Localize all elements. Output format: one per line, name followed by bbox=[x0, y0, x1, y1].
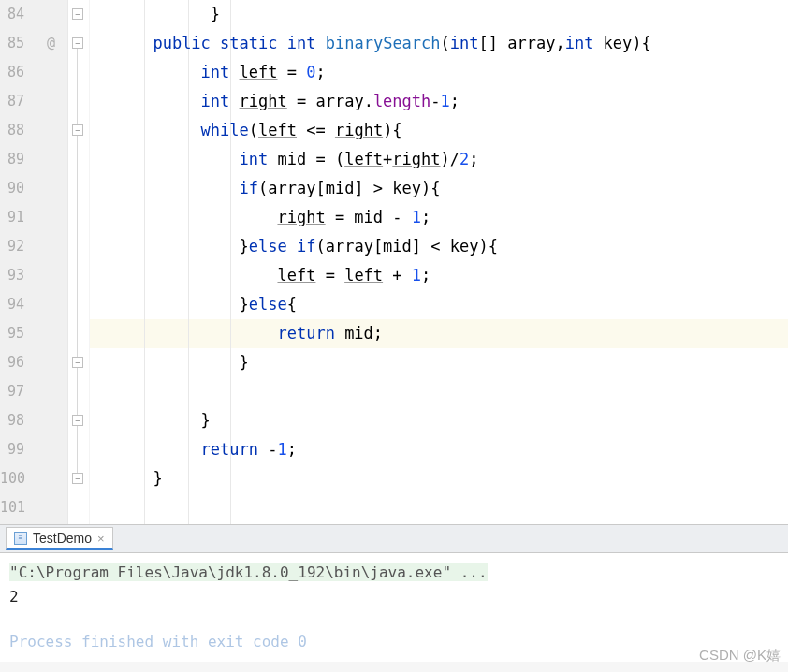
line-number: 98 bbox=[0, 406, 24, 435]
code-line: } bbox=[90, 0, 788, 29]
line-number: 99 bbox=[0, 435, 24, 464]
fold-start-icon[interactable]: − bbox=[72, 124, 83, 136]
line-number-gutter: 84858687888990919293949596979899100101 bbox=[0, 0, 41, 524]
code-line: } bbox=[90, 406, 788, 435]
code-line: }else{ bbox=[90, 290, 788, 319]
code-line: return mid; bbox=[90, 319, 788, 348]
line-number: 100 bbox=[0, 464, 24, 493]
line-number: 87 bbox=[0, 87, 24, 116]
line-number: 86 bbox=[0, 58, 24, 87]
console-output[interactable]: "C:\Program Files\Java\jdk1.8.0_192\bin\… bbox=[0, 553, 788, 662]
override-annotation-icon[interactable]: @ bbox=[47, 29, 55, 58]
code-line bbox=[90, 493, 788, 522]
code-line: } bbox=[90, 348, 788, 377]
fold-end-icon[interactable]: − bbox=[72, 473, 83, 484]
run-config-icon: ≡ bbox=[14, 532, 27, 545]
code-line: while(left <= right){ bbox=[90, 116, 788, 145]
watermark: CSDN @K嬉 bbox=[699, 647, 781, 665]
code-line: return -1; bbox=[90, 435, 788, 464]
line-number: 85 bbox=[0, 29, 24, 58]
code-line: int left = 0; bbox=[90, 58, 788, 87]
line-number: 101 bbox=[0, 493, 24, 522]
code-line: if(array[mid] > key){ bbox=[90, 174, 788, 203]
fold-gutter: − − − − − − bbox=[67, 0, 90, 524]
close-icon[interactable]: × bbox=[97, 532, 105, 546]
code-line: int mid = (left+right)/2; bbox=[90, 145, 788, 174]
editor-area: 84858687888990919293949596979899100101 @… bbox=[0, 0, 788, 524]
console-stdout: 2 bbox=[9, 585, 779, 609]
line-number: 91 bbox=[0, 203, 24, 232]
line-number: 95 bbox=[0, 319, 24, 348]
code-line: left = left + 1; bbox=[90, 261, 788, 290]
code-line: int right = array.length-1; bbox=[90, 87, 788, 116]
line-number: 96 bbox=[0, 348, 24, 377]
line-number: 84 bbox=[0, 0, 24, 29]
console-exit-message: Process finished with exit code 0 bbox=[9, 630, 779, 654]
tab-testdemo[interactable]: ≡ TestDemo × bbox=[6, 527, 113, 550]
line-number: 97 bbox=[0, 377, 24, 406]
tab-bar: ≡ TestDemo × bbox=[0, 525, 788, 553]
fold-end-icon[interactable]: − bbox=[72, 415, 83, 426]
line-number: 94 bbox=[0, 290, 24, 319]
fold-end-icon[interactable]: − bbox=[72, 357, 83, 368]
annotation-gutter: @ bbox=[41, 0, 67, 524]
line-number: 90 bbox=[0, 174, 24, 203]
code-line: public static int binarySearch(int[] arr… bbox=[90, 29, 788, 58]
code-line: right = mid - 1; bbox=[90, 203, 788, 232]
code-line: }else if(array[mid] < key){ bbox=[90, 232, 788, 261]
run-tool-window: ≡ TestDemo × "C:\Program Files\Java\jdk1… bbox=[0, 524, 788, 672]
code-line: } bbox=[90, 464, 788, 493]
line-number: 88 bbox=[0, 116, 24, 145]
line-number: 93 bbox=[0, 261, 24, 290]
code-line bbox=[90, 377, 788, 406]
line-number: 92 bbox=[0, 232, 24, 261]
console-command: "C:\Program Files\Java\jdk1.8.0_192\bin\… bbox=[9, 563, 488, 581]
line-number: 89 bbox=[0, 145, 24, 174]
code-editor[interactable]: } public static int binarySearch(int[] a… bbox=[90, 0, 788, 524]
fold-start-icon[interactable]: − bbox=[72, 37, 83, 49]
tab-label: TestDemo bbox=[33, 531, 92, 546]
fold-end-icon[interactable]: − bbox=[72, 8, 83, 20]
